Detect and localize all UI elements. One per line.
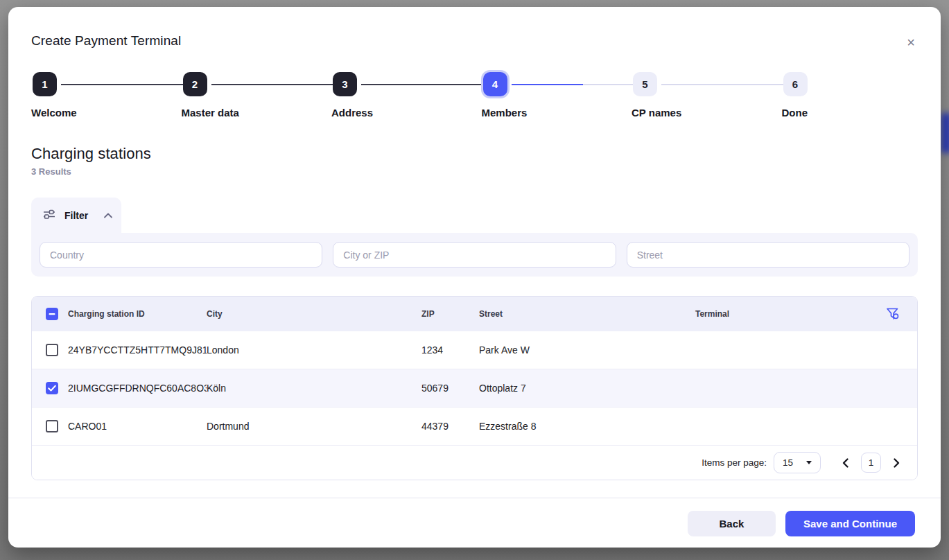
step-label: Address	[331, 107, 483, 119]
row-checkbox[interactable]	[46, 344, 58, 356]
filter-label: Filter	[64, 210, 88, 221]
step-master-data[interactable]: 2 Master data	[183, 72, 333, 119]
cell-zip: 1234	[421, 344, 479, 356]
pagination-bar: Items per page: 15 1	[32, 446, 917, 480]
column-header-terminal[interactable]: Terminal	[695, 309, 884, 319]
step-label: CP names	[632, 107, 783, 119]
sliders-icon	[42, 207, 56, 224]
column-header-zip[interactable]: ZIP	[421, 309, 479, 319]
step-connector	[361, 84, 485, 86]
charging-stations-table: Charging station ID City ZIP Street Term…	[31, 296, 918, 480]
table-row[interactable]: 2IUMGCGFFDRNQFC60AC8O3 Köln 50679 Ottopl…	[32, 369, 917, 408]
column-header-city[interactable]: City	[207, 309, 421, 319]
cell-charging-station-id: 24YB7YCCTTZ5HTT7TMQ9J81	[68, 344, 207, 356]
dialog-header: Create Payment Terminal ×	[8, 7, 941, 49]
items-per-page-value: 15	[783, 457, 793, 468]
step-label: Members	[482, 107, 634, 119]
items-per-page-label: Items per page:	[702, 457, 767, 468]
column-header-charging-station-id[interactable]: Charging station ID	[68, 309, 207, 319]
back-button[interactable]: Back	[688, 511, 776, 536]
filter-panel	[31, 233, 918, 277]
step-connector	[512, 84, 636, 86]
dialog-title: Create Payment Terminal	[31, 33, 918, 49]
row-checkbox[interactable]	[46, 420, 58, 432]
row-checkbox[interactable]	[46, 382, 58, 394]
wizard-stepper: 1 Welcome 2 Master data 3 Address 4 Memb…	[33, 72, 941, 119]
step-number-badge: 6	[783, 72, 808, 96]
cell-city: Köln	[207, 383, 421, 394]
step-members[interactable]: 4 Members	[483, 72, 634, 119]
dialog-footer: Back Save and Continue	[8, 498, 941, 536]
cell-city: London	[207, 344, 421, 356]
country-field[interactable]	[40, 242, 322, 268]
cell-zip: 50679	[421, 383, 479, 394]
step-number-badge: 4	[483, 72, 507, 96]
step-connector	[661, 84, 785, 86]
select-all-checkbox[interactable]	[46, 308, 58, 320]
section-header: Charging stations 3 Results	[31, 145, 918, 177]
step-label: Done	[782, 107, 934, 119]
filter-toggle[interactable]: Filter	[31, 198, 121, 233]
next-page-button[interactable]	[888, 455, 905, 471]
chevron-up-icon	[102, 209, 114, 222]
step-number-badge: 5	[633, 72, 657, 96]
funnel-search-icon[interactable]	[884, 305, 902, 323]
step-number-badge: 1	[33, 72, 57, 96]
step-number-badge: 2	[183, 72, 207, 96]
cell-charging-station-id: CARO01	[68, 421, 207, 432]
cell-street: Ottoplatz 7	[479, 383, 695, 394]
results-count: 3 Results	[31, 166, 918, 177]
cell-street: Ezzestraße 8	[479, 421, 695, 432]
step-connector	[61, 84, 185, 86]
table-row[interactable]: 24YB7YCCTTZ5HTT7TMQ9J81 London 1234 Park…	[32, 331, 917, 369]
cell-charging-station-id: 2IUMGCGFFDRNQFC60AC8O3	[68, 383, 207, 394]
street-field[interactable]	[627, 242, 909, 268]
step-connector	[211, 84, 336, 86]
step-label: Welcome	[31, 107, 183, 119]
step-welcome[interactable]: 1 Welcome	[33, 72, 183, 119]
page-title: Charging stations	[31, 145, 918, 163]
caret-down-icon	[806, 461, 812, 464]
step-cp-names[interactable]: 5 CP names	[633, 72, 783, 119]
save-and-continue-button[interactable]: Save and Continue	[785, 511, 915, 536]
city-or-zip-field[interactable]	[333, 242, 616, 268]
cell-city: Dortmund	[207, 421, 421, 432]
step-number-badge: 3	[333, 72, 357, 96]
create-payment-terminal-dialog: Create Payment Terminal × 1 Welcome 2 Ma…	[8, 7, 941, 548]
cell-zip: 44379	[421, 421, 479, 432]
step-done[interactable]: 6 Done	[783, 72, 934, 119]
background-blur-accent	[941, 113, 949, 153]
close-icon[interactable]: ×	[902, 33, 920, 51]
table-row[interactable]: CARO01 Dortmund 44379 Ezzestraße 8	[32, 408, 917, 446]
current-page-indicator[interactable]: 1	[861, 453, 881, 473]
previous-page-button[interactable]	[837, 455, 854, 471]
step-address[interactable]: 3 Address	[333, 72, 483, 119]
step-label: Master data	[182, 107, 333, 119]
filter-section: Filter	[31, 198, 918, 277]
items-per-page-select[interactable]: 15	[774, 452, 821, 473]
cell-street: Park Ave W	[479, 344, 695, 356]
column-header-street[interactable]: Street	[479, 309, 695, 319]
table-header-row: Charging station ID City ZIP Street Term…	[32, 297, 917, 331]
